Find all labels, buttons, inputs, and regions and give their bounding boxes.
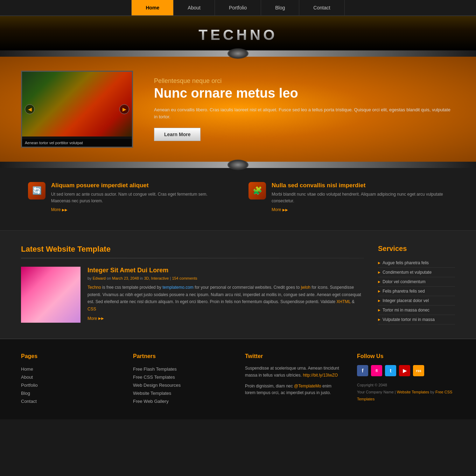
sidebar-title: Services: [378, 245, 455, 253]
footer-tweet-2: Proin dignissim, diam nec @TemplateMo en…: [245, 383, 343, 396]
hero-slide-caption: Aenean tortor vel porttitor volutpat: [22, 139, 132, 147]
website-templates-link[interactable]: Website Templates: [397, 390, 429, 394]
footer-follow-title: Follow Us: [357, 353, 455, 359]
nav-portfolio[interactable]: Portfolio: [215, 0, 261, 15]
footer-about-link[interactable]: About: [21, 374, 33, 380]
rss-icon[interactable]: rss: [413, 365, 424, 376]
footer-pages-list: Home About Portfolio Blog Contact: [21, 365, 119, 405]
social-icons: f fl t ▶ rss: [357, 365, 455, 376]
post-techno-link[interactable]: Techno: [88, 285, 101, 290]
footer-home-link[interactable]: Home: [21, 366, 33, 372]
post-xhtml-link[interactable]: XHTML: [337, 299, 351, 304]
footer-tweet-1: Suspendisse at scelerisque urna. Aenean …: [245, 365, 343, 378]
nav-home[interactable]: Home: [131, 0, 174, 15]
footer-contact-link[interactable]: Contact: [21, 399, 37, 404]
nav-blog[interactable]: Blog: [261, 0, 299, 15]
tweet-1-link[interactable]: http://bit.ly/13IwZO: [303, 373, 338, 378]
blog-post: Integer Sit Amet Dui Lorem by Edward on …: [21, 267, 364, 323]
hero-learn-more-button[interactable]: Learn More: [154, 128, 201, 141]
footer-follow: Follow Us f fl t ▶ rss Copyright © 2048 …: [357, 353, 455, 405]
footer-page-portfolio: Portfolio: [21, 381, 119, 389]
partner-gallery: Free Web Gallery: [133, 397, 231, 405]
post-more-link[interactable]: More: [88, 316, 104, 321]
hero-prev-button[interactable]: ◀: [25, 104, 35, 114]
footer-blog-link[interactable]: Blog: [21, 391, 30, 396]
hero-slide-image: [22, 72, 132, 136]
facebook-icon[interactable]: f: [357, 365, 368, 376]
footer-page-contact: Contact: [21, 397, 119, 405]
content-left: Latest Website Template Integer Sit Amet…: [21, 245, 364, 324]
nav-contact[interactable]: Contact: [299, 0, 344, 15]
feature-1-more[interactable]: More: [51, 207, 68, 212]
service-item-3: Dolor vel condimentum: [378, 277, 455, 287]
feature-2-header: 🧩 Nulla sed convallis nisl imperdiet Mor…: [248, 182, 448, 212]
post-jwloh-link[interactable]: jwloh: [301, 285, 310, 290]
feature-1-title: Aliquam posuere imperdiet aliquet: [51, 182, 227, 189]
feature-1-icon: 🔄: [28, 182, 46, 200]
nav-about[interactable]: About: [174, 0, 215, 15]
hero-description: Aenean eu convallis libero. Cras iaculis…: [154, 106, 455, 121]
footer-partners: Partners Free Flash Templates Free CSS T…: [133, 353, 231, 405]
feature-1: 🔄 Aliquam posuere imperdiet aliquet Ut s…: [28, 182, 227, 216]
services-list: Augue felis pharetra felis Condimentum e…: [378, 258, 455, 324]
footer-partners-title: Partners: [133, 353, 231, 359]
service-item-5: Integer placerat dolor vel: [378, 296, 455, 306]
service-item-1: Augue felis pharetra felis: [378, 258, 455, 268]
meta-categories[interactable]: 3D, Interactive: [144, 276, 169, 280]
footer-twitter-title: Twitter: [245, 353, 343, 359]
feature-2-text: Morbi blandit nunc vitae odio volutpat h…: [272, 191, 448, 204]
blog-post-content: Integer Sit Amet Dui Lorem by Edward on …: [88, 267, 364, 323]
meta-author[interactable]: Edward: [93, 276, 106, 280]
feature-1-text: Ut sed lorem ac ante cursus auctor. Nam …: [51, 191, 227, 204]
feature-2-title: Nulla sed convallis nisl imperdiet: [272, 182, 448, 189]
content-sidebar: Services Augue felis pharetra felis Cond…: [378, 245, 455, 324]
footer-pages: Pages Home About Portfolio Blog Contact: [21, 353, 119, 405]
by-text: by: [430, 390, 434, 394]
meta-date[interactable]: March 23, 2048: [112, 276, 139, 280]
footer-page-blog: Blog: [21, 389, 119, 397]
feature-2-icon: 🧩: [248, 182, 266, 200]
header-bar: [0, 50, 476, 57]
tweet-2-text1: Proin dignissim, diam nec: [245, 384, 293, 388]
tweet-2-link[interactable]: @TemplateMo: [294, 384, 321, 388]
partner-gallery-link[interactable]: Free Web Gallery: [133, 399, 169, 404]
service-item-6: Tortor mi in massa donec: [378, 306, 455, 315]
site-title: TECHNO: [0, 27, 476, 43]
post-templatemo-link[interactable]: templatemo.com: [162, 285, 194, 290]
twitter-icon[interactable]: t: [385, 365, 396, 376]
hero-text: Pellentesque neque orci Nunc ornare metu…: [154, 77, 455, 141]
partner-flash-link[interactable]: Free Flash Templates: [133, 366, 177, 372]
service-item-2: Condimentum et vulputate: [378, 268, 455, 277]
footer-page-about: About: [21, 373, 119, 381]
partner-css-link[interactable]: Free CSS Templates: [133, 374, 175, 380]
blog-post-meta: by Edward on March 23, 2048 in 3D, Inter…: [88, 276, 364, 280]
footer-portfolio-link[interactable]: Portfolio: [21, 383, 38, 388]
service-item-4: Felis pharetra felis sed: [378, 287, 455, 296]
hero-subtitle: Pellentesque neque orci: [154, 77, 455, 85]
partner-website: Website Templates: [133, 389, 231, 397]
feature-2-more[interactable]: More: [272, 207, 288, 212]
youtube-icon[interactable]: ▶: [399, 365, 410, 376]
footer-twitter: Twitter Suspendisse at scelerisque urna.…: [245, 353, 343, 405]
post-css-link[interactable]: CSS: [88, 307, 96, 312]
post-body-mid2: for your personal or commercial websites…: [195, 285, 300, 290]
site-header: TECHNO: [0, 16, 476, 50]
section-divider: [21, 258, 364, 258]
hero-next-button[interactable]: ▶: [119, 104, 129, 114]
flickr-icon[interactable]: fl: [371, 365, 382, 376]
company-name: Your Company Name: [357, 390, 394, 394]
footer-partners-list: Free Flash Templates Free CSS Templates …: [133, 365, 231, 405]
partner-web-link[interactable]: Web Design Resources: [133, 383, 181, 388]
footer-copyright: Copyright © 2048 Your Company Name | Web…: [357, 382, 455, 402]
meta-comments[interactable]: 154 comments: [172, 276, 197, 280]
footer-page-home: Home: [21, 365, 119, 373]
blog-post-thumbnail: [21, 267, 80, 323]
partner-website-link[interactable]: Website Templates: [133, 391, 171, 396]
meta-on: on: [107, 276, 112, 280]
meta-by: by: [88, 276, 92, 280]
hero-slideshow: Aenean tortor vel porttitor volutpat ◀ ▶: [21, 71, 133, 148]
footer-pages-title: Pages: [21, 353, 119, 359]
partner-web: Web Design Resources: [133, 381, 231, 389]
post-amp: &: [352, 299, 355, 304]
main-content: Latest Website Template Integer Sit Amet…: [0, 231, 476, 338]
